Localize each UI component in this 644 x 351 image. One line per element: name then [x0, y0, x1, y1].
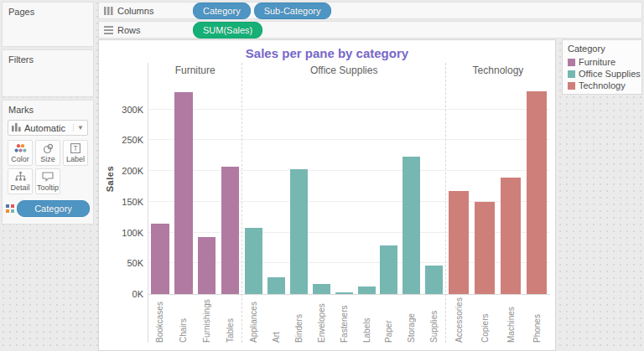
pane-furniture: FurnitureBookcasesChairsFurnishingsTable… [148, 63, 242, 343]
bar-appliances[interactable] [245, 228, 262, 294]
bar-phones[interactable] [527, 91, 547, 294]
bar-chairs[interactable] [174, 92, 193, 294]
x-tick-label-chairs: Chairs [179, 297, 188, 343]
x-tick-label-fasteners: Fasteners [340, 297, 349, 343]
marks-color-button[interactable]: Color [8, 140, 33, 166]
x-tick-label-copiers: Copiers [480, 297, 490, 343]
y-tick-label: 50K [127, 258, 143, 268]
bar-labels[interactable] [358, 286, 376, 294]
pages-shelf[interactable]: Pages [2, 2, 94, 47]
columns-icon [104, 3, 113, 18]
bar-chart-icon [12, 122, 21, 133]
columns-shelf[interactable]: Columns CategorySub-Category [98, 2, 642, 19]
legend-swatch [568, 59, 575, 66]
filters-shelf[interactable]: Filters [2, 49, 94, 97]
x-tick-label-storage: Storage [407, 297, 416, 343]
pane-technology: TechnologyAccessoriesCopiersMachinesPhon… [445, 63, 550, 343]
bar-tables[interactable] [221, 167, 240, 294]
columns-pill-category[interactable]: Category [193, 3, 251, 19]
filters-label: Filters [3, 50, 93, 65]
x-tick-label-labels: Labels [362, 297, 371, 343]
color-legend: Category FurnitureOffice SuppliesTechnol… [562, 39, 642, 95]
x-tick-label-paper: Paper [384, 297, 393, 343]
legend-item-office-supplies[interactable]: Office Supplies [568, 69, 641, 79]
x-tick-label-phones: Phones [532, 297, 542, 343]
x-tick-label-art: Art [272, 297, 281, 343]
chart-view: Sales per pane by category Sales 0K50K10… [98, 39, 556, 351]
rows-icon [104, 23, 113, 38]
legend-swatch [568, 70, 575, 78]
text-label-icon: T [70, 143, 80, 154]
x-tick-label-accessories: Accessories [454, 297, 464, 343]
bar-bookcases[interactable] [151, 224, 169, 294]
x-tick-label-envelopes: Envelopes [317, 297, 326, 343]
x-tick-label-machines: Machines [506, 297, 516, 343]
pane-office-supplies: Office SuppliesAppliancesArtBindersEnvel… [242, 63, 445, 343]
marks-category-pill[interactable]: Category [17, 200, 90, 217]
bar-copiers[interactable] [475, 202, 495, 294]
y-tick-label: 100K [122, 228, 143, 238]
pane-header: Office Supplies [242, 63, 445, 80]
rows-label: Rows [117, 25, 161, 35]
marks-detail-button[interactable]: Detail [8, 168, 33, 194]
pane-header: Furniture [148, 63, 242, 80]
y-tick-label: 150K [122, 197, 143, 207]
bar-binders[interactable] [290, 169, 308, 294]
rows-pill-sum-sales-[interactable]: SUM(Sales) [193, 22, 262, 39]
x-tick-label-furnishings: Furnishings [202, 297, 211, 343]
y-tick-label: 0K [132, 289, 143, 299]
y-tick-label: 300K [122, 105, 143, 115]
marks-card: Marks Automatic ▼ ColorSizeTLabelDetailT… [2, 100, 94, 225]
bar-machines[interactable] [501, 178, 521, 294]
bar-fasteners[interactable] [335, 292, 353, 294]
marks-size-button[interactable]: Size [35, 140, 60, 166]
bar-accessories[interactable] [449, 191, 469, 294]
pane-header: Technology [446, 63, 550, 80]
size-circles-icon [43, 143, 54, 154]
bar-envelopes[interactable] [313, 284, 330, 294]
x-tick-label-bookcases: Bookcases [155, 297, 164, 343]
x-tick-label-supplies: Supplies [429, 297, 439, 343]
chart-title: Sales per pane by category [99, 40, 555, 63]
marks-label: Marks [3, 101, 93, 115]
legend-title: Category [568, 44, 641, 54]
color-legend-icon [6, 201, 14, 216]
bar-furnishings[interactable] [198, 237, 216, 294]
x-tick-label-tables: Tables [226, 297, 235, 343]
columns-pill-sub-category[interactable]: Sub-Category [254, 3, 331, 19]
bar-supplies[interactable] [425, 266, 443, 295]
tooltip-bubble-icon [42, 172, 54, 183]
y-axis: 0K50K100K150K200K250K300K [117, 63, 148, 343]
color-dots-icon [14, 143, 27, 154]
pages-label: Pages [3, 3, 93, 17]
y-tick-label: 250K [122, 135, 143, 145]
svg-text:T: T [73, 144, 77, 152]
legend-item-technology[interactable]: Technology [568, 80, 641, 90]
y-axis-title: Sales [105, 166, 115, 192]
bar-storage[interactable] [402, 157, 420, 294]
mark-type-value: Automatic [24, 123, 65, 133]
bar-art[interactable] [267, 277, 285, 294]
chevron-down-icon: ▼ [73, 124, 84, 132]
columns-label: Columns [117, 6, 161, 16]
bar-paper[interactable] [380, 245, 397, 294]
x-tick-label-appliances: Appliances [249, 297, 258, 343]
legend-swatch [568, 82, 575, 90]
y-tick-label: 200K [122, 166, 143, 176]
detail-tree-icon [15, 172, 26, 183]
marks-label-button[interactable]: TLabel [63, 140, 88, 166]
marks-tooltip-button[interactable]: Tooltip [35, 168, 60, 194]
rows-shelf[interactable]: Rows SUM(Sales) [98, 21, 642, 39]
x-tick-label-binders: Binders [294, 297, 304, 343]
legend-item-furniture[interactable]: Furniture [568, 57, 641, 67]
mark-type-dropdown[interactable]: Automatic ▼ [8, 120, 88, 136]
